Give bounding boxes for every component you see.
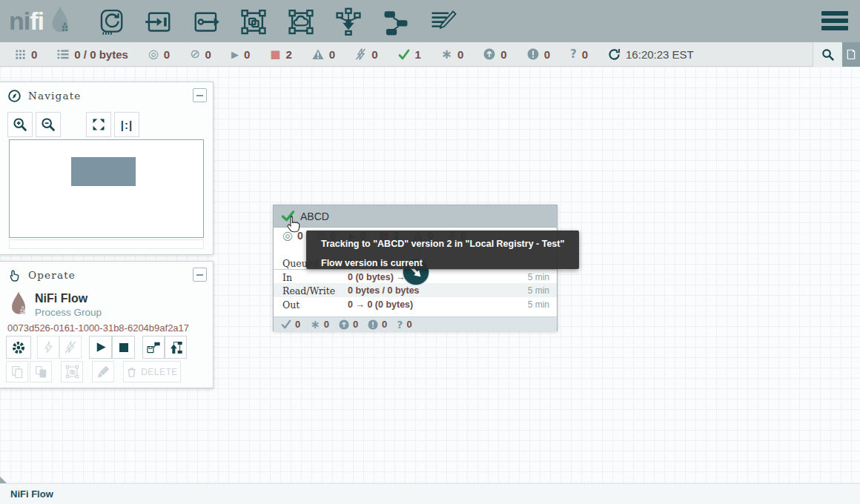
birdseye-footer-strip [9, 239, 204, 249]
sync-failure-icon: ? [570, 49, 577, 60]
status-bar-right [813, 42, 860, 67]
operate-collapse-button[interactable] [193, 268, 207, 282]
locally-modified-count: ∗ 0 [441, 47, 463, 61]
up-to-date-count: 1 [398, 48, 421, 61]
refresh-status[interactable]: 16:20:23 EST [608, 48, 694, 61]
pg-up-to-date: 0 [281, 319, 300, 330]
template-icon[interactable] [382, 7, 410, 36]
disable-button[interactable] [59, 336, 82, 359]
disabled-count: 0 [355, 48, 377, 61]
zoom-actual-size-button[interactable]: |:| [114, 112, 139, 137]
copy-icon [10, 365, 24, 379]
group-icon [65, 365, 79, 379]
refresh-icon [608, 48, 621, 61]
upload-template-button[interactable] [165, 336, 187, 359]
process-group-icon[interactable] [239, 7, 268, 36]
operate-actions-row-2: DELETE [6, 361, 181, 382]
pg-stale: 0 [339, 319, 358, 330]
birdseye-map[interactable] [9, 139, 204, 238]
operate-header: Operate [0, 262, 213, 288]
trash-icon [126, 366, 137, 378]
navigate-controls: |:| [7, 112, 139, 137]
up-to-date-icon [398, 49, 410, 60]
operate-title: Operate [28, 269, 76, 281]
zoom-fit-icon [91, 117, 106, 132]
actual-size-icon: |:| [121, 119, 133, 131]
process-group-header[interactable]: ABCD [274, 205, 557, 228]
pg-version-footer: 0 ∗ 0 0 0 ? 0 [274, 316, 557, 331]
label-icon[interactable] [429, 7, 457, 36]
not-transmitting-count: ⊘ 0 [190, 48, 211, 61]
funnel-icon[interactable] [334, 7, 363, 36]
processor-icon[interactable] [97, 7, 125, 36]
birdseye-component-rect [71, 157, 136, 186]
zoom-in-icon [12, 116, 28, 133]
input-port-icon[interactable] [145, 7, 173, 36]
selected-flow-type: Process Group [35, 307, 102, 318]
copy-button[interactable] [6, 361, 28, 382]
breadcrumb-resize-handle[interactable] [0, 477, 7, 483]
operate-actions-row-1 [6, 336, 187, 359]
group-button[interactable] [61, 361, 83, 382]
zoom-in-button[interactable] [7, 112, 33, 137]
hamburger-icon [820, 9, 850, 33]
active-threads-count: 0 [15, 48, 37, 61]
delete-button[interactable]: DELETE [123, 361, 181, 382]
stopped-count: ■ 2 [270, 48, 292, 61]
status-bar: 0 0 / 0 bytes ◎ 0 ⊘ 0 ▶ 0 ■ 2 0 0 [0, 42, 860, 67]
pg-sync-failure: ? 0 [397, 319, 411, 330]
output-port-icon[interactable] [192, 7, 220, 36]
lightning-slash-icon [64, 340, 77, 354]
stop-button[interactable] [112, 336, 135, 359]
tooltip-line-2: Flow version is current [321, 257, 564, 269]
navigate-title: Navigate [28, 90, 82, 102]
minus-icon [196, 95, 203, 96]
navigate-collapse-button[interactable] [193, 88, 207, 102]
transmitting-icon: ◎ [148, 48, 159, 60]
paste-button[interactable] [30, 361, 52, 382]
create-template-button[interactable] [142, 336, 165, 359]
status-counts: 0 0 / 0 bytes ◎ 0 ⊘ 0 ▶ 0 ■ 2 0 0 [0, 42, 694, 66]
active-threads-icon [15, 49, 26, 60]
logo-text-ni: ni [9, 7, 30, 36]
enable-button[interactable] [37, 336, 59, 359]
sheet-icon [845, 48, 857, 61]
brush-icon [96, 365, 110, 379]
pg-out-row: Out 0 → 0 (0 bytes) 5 min [274, 297, 557, 311]
zoom-out-icon [40, 116, 56, 133]
locally-modified-icon: ∗ [441, 47, 452, 61]
tooltip-line-1: Tracking to "ABCD" version 2 in "Local R… [321, 238, 564, 250]
global-menu-button[interactable] [820, 9, 850, 33]
play-icon [93, 340, 108, 354]
search-icon [821, 47, 835, 62]
lightning-icon [42, 340, 55, 354]
breadcrumb-root[interactable]: NiFi Flow [10, 488, 53, 500]
locally-modified-and-stale-icon [527, 48, 539, 60]
version-up-to-date-icon[interactable] [281, 210, 295, 222]
start-button[interactable] [89, 336, 112, 359]
zoom-fit-button[interactable] [86, 112, 111, 137]
flow-drop-icon [7, 290, 30, 319]
stale-count: 0 [483, 48, 506, 61]
component-toolbar [97, 7, 457, 36]
search-button[interactable] [813, 42, 842, 67]
sync-failure-icon: ? [397, 319, 403, 330]
sync-failure-count: ? 0 [570, 48, 588, 61]
nifi-logo: nifi [9, 5, 74, 36]
disabled-icon [355, 48, 366, 60]
version-tooltip: Tracking to "ABCD" version 2 in "Local R… [306, 231, 579, 269]
configuration-button[interactable] [6, 336, 31, 359]
color-button[interactable] [92, 361, 114, 382]
queued-icon [57, 49, 69, 60]
template-upload-icon [168, 340, 183, 355]
process-group-name: ABCD [300, 210, 329, 222]
pg-locally-modified: ∗ 0 [310, 319, 329, 331]
not-transmitting-icon: ⊘ [190, 48, 199, 60]
settings-panel-button[interactable] [842, 42, 860, 67]
remote-process-group-icon[interactable] [287, 7, 315, 36]
zoom-out-button[interactable] [36, 112, 61, 137]
header-toolbar: nifi [0, 0, 860, 42]
invalid-count: 0 [312, 48, 335, 61]
pg-transmitting: ◎ 0 [282, 230, 303, 242]
invalid-icon [312, 49, 324, 60]
